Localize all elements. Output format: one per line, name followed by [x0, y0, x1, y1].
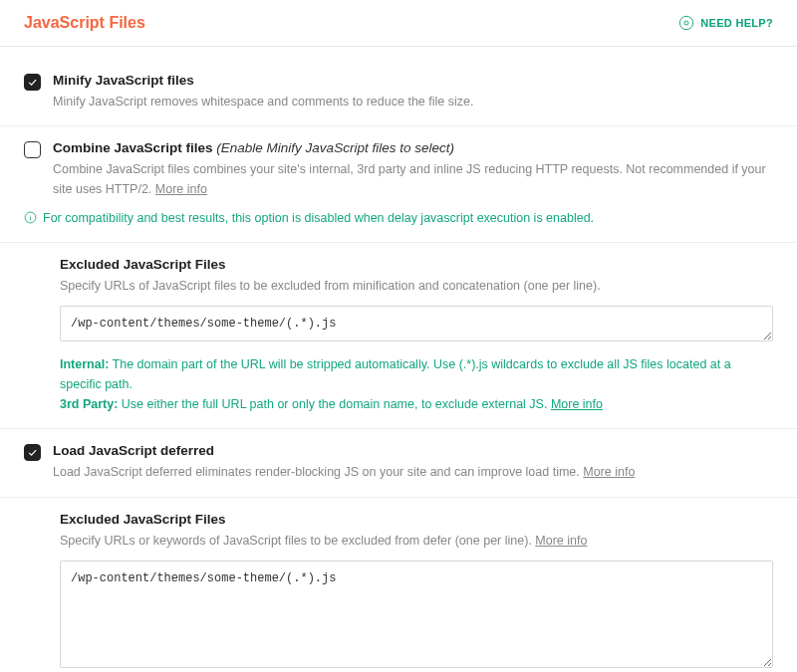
- svg-point-0: [680, 16, 693, 29]
- combine-js-checkbox[interactable]: [24, 141, 41, 158]
- excluded-defer-desc: Specify URLs or keywords of JavaScript f…: [60, 532, 773, 551]
- combine-notice-text: For compatibility and best results, this…: [43, 209, 594, 228]
- excluded-minify-third-label: 3rd Party:: [60, 397, 118, 411]
- defer-js-title: Load JavaScript deferred: [53, 443, 773, 458]
- excluded-minify-desc: Specify URLs of JavaScript files to be e…: [60, 277, 773, 296]
- defer-more-info-link[interactable]: More info: [583, 465, 635, 479]
- excluded-minify-third-text: Use either the full URL path or only the…: [122, 397, 548, 411]
- excluded-defer-more-info-link[interactable]: More info: [535, 534, 587, 548]
- svg-point-1: [684, 21, 688, 25]
- help-icon: [678, 15, 694, 31]
- excluded-minify-more-info-link[interactable]: More info: [551, 397, 603, 411]
- excluded-minify-internal-text: The domain part of the URL will be strip…: [60, 357, 731, 391]
- defer-js-checkbox[interactable]: [24, 444, 41, 461]
- need-help-label: NEED HELP?: [700, 17, 773, 29]
- excluded-defer-textarea[interactable]: [60, 560, 773, 668]
- minify-js-checkbox[interactable]: [24, 74, 41, 91]
- combine-js-hint: (Enable Minify JavaScript files to selec…: [216, 140, 454, 155]
- excluded-defer-title: Excluded JavaScript Files: [60, 512, 773, 527]
- combine-js-title: Combine JavaScript files (Enable Minify …: [53, 140, 773, 155]
- defer-js-desc: Load JavaScript deferred eliminates rend…: [53, 463, 773, 482]
- need-help-link[interactable]: NEED HELP?: [678, 15, 773, 31]
- combine-js-desc: Combine JavaScript files combines your s…: [53, 160, 773, 199]
- page-title: JavaScript Files: [24, 14, 145, 32]
- excluded-minify-textarea[interactable]: [60, 306, 773, 341]
- excluded-minify-internal-label: Internal:: [60, 357, 109, 371]
- minify-js-desc: Minify JavaScript removes whitespace and…: [53, 93, 773, 112]
- excluded-minify-title: Excluded JavaScript Files: [60, 257, 773, 272]
- minify-js-title: Minify JavaScript files: [53, 73, 773, 88]
- info-icon: [24, 211, 37, 224]
- combine-more-info-link[interactable]: More info: [155, 182, 207, 196]
